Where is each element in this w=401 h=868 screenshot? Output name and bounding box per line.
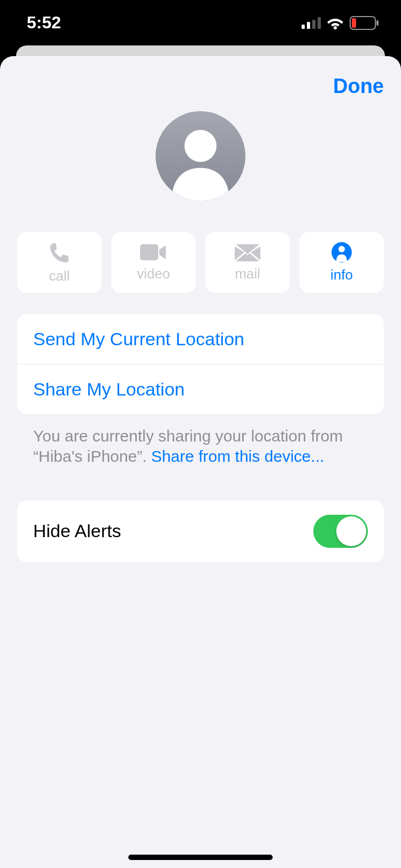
send-location-label: Send My Current Location — [33, 329, 244, 350]
send-location-row[interactable]: Send My Current Location — [17, 314, 384, 365]
svg-point-4 — [334, 26, 337, 29]
mail-button: mail — [205, 232, 290, 293]
call-label: call — [49, 268, 70, 284]
svg-rect-3 — [318, 17, 321, 29]
hide-alerts-group: Hide Alerts — [17, 500, 384, 562]
hide-alerts-label: Hide Alerts — [33, 521, 121, 541]
video-label: video — [137, 266, 170, 282]
sheet-header: Done — [0, 56, 401, 103]
share-location-row[interactable]: Share My Location — [17, 365, 384, 414]
svg-point-8 — [184, 130, 217, 162]
done-button[interactable]: Done — [333, 75, 384, 98]
video-icon — [140, 243, 167, 261]
location-footer: You are currently sharing your location … — [0, 414, 401, 467]
svg-rect-6 — [376, 20, 379, 26]
svg-rect-1 — [307, 22, 310, 29]
contact-info-sheet: Done call video — [0, 56, 401, 868]
mail-label: mail — [235, 266, 260, 282]
avatar[interactable] — [156, 111, 245, 201]
share-location-label: Share My Location — [33, 379, 185, 400]
call-button: call — [17, 232, 102, 293]
hide-alerts-switch[interactable] — [313, 515, 368, 548]
mail-icon — [235, 243, 260, 261]
location-group: Send My Current Location Share My Locati… — [17, 314, 384, 414]
status-time: 5:52 — [27, 13, 61, 33]
video-button: video — [111, 232, 196, 293]
avatar-container — [0, 103, 401, 201]
svg-point-11 — [338, 246, 345, 252]
action-row: call video mail info — [0, 201, 401, 314]
svg-rect-9 — [140, 244, 158, 260]
svg-rect-7 — [352, 18, 356, 28]
svg-rect-0 — [302, 25, 305, 29]
hide-alerts-row: Hide Alerts — [17, 500, 384, 562]
status-bar: 5:52 — [0, 0, 401, 45]
status-icons — [302, 16, 380, 30]
battery-icon — [350, 16, 380, 30]
cellular-icon — [302, 17, 321, 29]
wifi-icon — [326, 17, 344, 29]
phone-icon — [48, 241, 71, 264]
info-button[interactable]: info — [299, 232, 384, 293]
info-label: info — [330, 267, 353, 283]
home-indicator[interactable] — [128, 855, 273, 860]
person-icon — [156, 111, 245, 201]
svg-rect-2 — [312, 20, 315, 29]
share-from-device-link[interactable]: Share from this device... — [151, 447, 324, 465]
info-icon — [331, 242, 352, 262]
